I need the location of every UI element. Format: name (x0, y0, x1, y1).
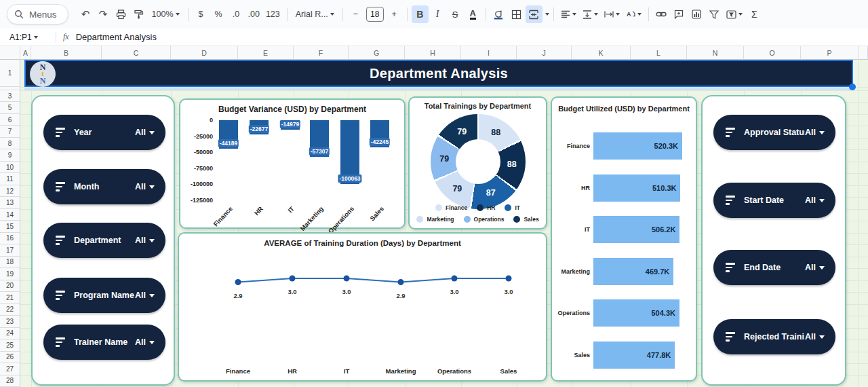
horizontal-align-button[interactable] (558, 5, 579, 23)
format-percent-button[interactable]: % (210, 5, 227, 23)
filter-value-dropdown[interactable]: All (805, 263, 825, 272)
merge-options-caret[interactable] (545, 13, 549, 16)
filter-value-dropdown[interactable]: All (135, 128, 155, 137)
row-header-18[interactable]: 18 (0, 257, 20, 268)
row-header-9[interactable]: 9 (0, 149, 20, 161)
row-header-24[interactable]: 24 (0, 328, 20, 339)
column-header-E[interactable]: E (238, 46, 294, 60)
format-currency-button[interactable]: $ (193, 5, 210, 23)
column-header-A[interactable]: A (20, 46, 31, 60)
column-header-H[interactable]: H (405, 46, 461, 60)
row-header-12[interactable]: 12 (0, 185, 20, 197)
column-header-J[interactable]: J (517, 46, 572, 60)
decrease-font-size-button[interactable]: − (347, 5, 364, 23)
text-wrap-button[interactable] (601, 5, 623, 23)
print-button[interactable] (113, 5, 130, 23)
row-header-21[interactable]: 21 (0, 292, 20, 303)
filter-pill-approval-status[interactable]: Approval StatusAll (713, 115, 835, 150)
increase-font-size-button[interactable]: + (386, 5, 403, 23)
column-header-L[interactable]: L (631, 46, 687, 60)
undo-button[interactable]: ↶ (77, 5, 94, 23)
column-header-N[interactable]: N (687, 46, 744, 60)
menus-search-button[interactable]: Menus (7, 4, 68, 24)
row-header-19[interactable]: 19 (0, 268, 20, 280)
text-rotation-button[interactable]: A (623, 5, 644, 23)
row-header-6[interactable]: 6 (0, 114, 20, 126)
row-header-26[interactable]: 26 (0, 352, 20, 363)
row-header-3[interactable]: 3 (0, 90, 20, 102)
filter-pill-start-date[interactable]: Start DateAll (713, 183, 835, 218)
redo-button[interactable]: ↷ (95, 5, 112, 23)
increase-decimal-button[interactable]: .00 (245, 5, 262, 23)
column-header-C[interactable]: C (102, 46, 171, 60)
row-header-25[interactable]: 25 (0, 339, 20, 351)
insert-comment-button[interactable] (671, 5, 688, 23)
filter-value-dropdown[interactable]: All (135, 291, 155, 300)
budget-variance-chart[interactable]: Budget Variance (USD) by Department 0-25… (179, 98, 406, 229)
column-header-G[interactable]: G (349, 46, 405, 60)
row-header-23[interactable]: 23 (0, 316, 20, 327)
row-header-15[interactable]: 15 (0, 221, 20, 232)
row-header-20[interactable]: 20 (0, 280, 20, 292)
selection-handle[interactable] (849, 84, 856, 90)
insert-chart-button[interactable] (688, 5, 705, 23)
formula-input[interactable]: Department Analysis (76, 32, 157, 42)
column-header-I[interactable]: I (461, 46, 517, 60)
dashboard-title-banner[interactable]: N t N Department Analysis (24, 60, 853, 87)
filter-pill-program-name[interactable]: Program NameAll (43, 278, 165, 313)
filter-value-dropdown[interactable]: All (805, 128, 825, 137)
column-header-F[interactable]: F (294, 46, 349, 60)
functions-button[interactable]: Σ (746, 5, 763, 23)
column-header-O[interactable]: O (744, 46, 801, 60)
filter-views-button[interactable] (724, 5, 745, 23)
row-header-27[interactable]: 27 (0, 363, 20, 375)
filter-pill-department[interactable]: DepartmentAll (43, 223, 165, 258)
row-header-28[interactable]: 28 (0, 375, 20, 387)
insert-link-button[interactable] (653, 5, 670, 23)
row-header-22[interactable]: 22 (0, 304, 20, 316)
fill-color-button[interactable] (490, 5, 507, 23)
total-trainings-chart[interactable]: Total Trainings by Department 8888877979… (408, 96, 547, 229)
budget-utilized-chart[interactable]: Budget Utilized (USD) by Department Fina… (551, 96, 697, 382)
row-header-17[interactable]: 17 (0, 244, 20, 256)
zoom-select[interactable]: 100% (148, 5, 184, 23)
sheet-grid[interactable]: ABCDEFGHIJKLNOP 135678910111213141516171… (0, 46, 868, 387)
merge-cells-button[interactable] (526, 5, 542, 23)
row-header-11[interactable]: 11 (0, 173, 20, 185)
row-header-7[interactable]: 7 (0, 126, 20, 137)
text-color-button[interactable]: A (465, 5, 481, 23)
number-format-button[interactable]: 123 (263, 5, 283, 23)
decrease-decimal-button[interactable]: .0 (228, 5, 245, 23)
filter-value-dropdown[interactable]: All (805, 196, 825, 205)
filter-pill-year[interactable]: YearAll (43, 115, 165, 150)
row-header-8[interactable]: 8 (0, 138, 20, 149)
vertical-align-button[interactable] (580, 5, 601, 23)
filter-value-dropdown[interactable]: All (135, 236, 155, 245)
column-header-D[interactable]: D (171, 46, 238, 60)
borders-button[interactable] (508, 5, 525, 23)
font-size-input[interactable]: 18 (366, 7, 384, 22)
create-filter-button[interactable] (706, 5, 723, 23)
row-header-5[interactable]: 5 (0, 102, 20, 113)
column-header-B[interactable]: B (31, 46, 102, 60)
paint-format-button[interactable] (130, 5, 147, 23)
column-header-K[interactable]: K (572, 46, 631, 60)
grid-corner[interactable] (0, 46, 20, 60)
row-header-16[interactable]: 16 (0, 233, 20, 244)
filter-value-dropdown[interactable]: All (135, 337, 155, 347)
filter-pill-trainer-name[interactable]: Trainer NameAll (43, 325, 165, 360)
avg-duration-chart[interactable]: AVERAGE of Training Duration (Days) by D… (178, 232, 547, 382)
filter-pill-rejected-traini-[interactable]: Rejected Traini…All (713, 319, 835, 354)
filter-value-dropdown[interactable]: All (135, 182, 155, 191)
row-header-10[interactable]: 10 (0, 162, 20, 173)
name-box[interactable]: A1:P1 (0, 33, 53, 42)
filter-pill-month[interactable]: MonthAll (43, 169, 165, 204)
font-select[interactable]: Arial R... (292, 5, 338, 23)
column-header-P[interactable]: P (801, 46, 859, 60)
strikethrough-button[interactable]: S (447, 5, 464, 23)
bold-button[interactable]: B (412, 5, 429, 23)
filter-value-dropdown[interactable]: All (805, 332, 825, 342)
italic-button[interactable]: I (429, 5, 446, 23)
row-header-1[interactable]: 1 (0, 60, 20, 87)
row-header-14[interactable]: 14 (0, 209, 20, 221)
